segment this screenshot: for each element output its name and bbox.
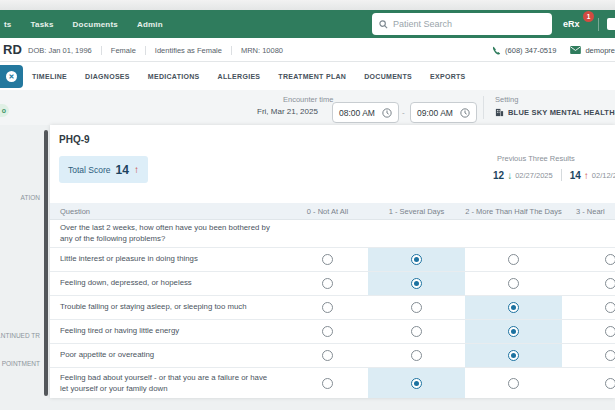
sidebar-item[interactable]: NTINUED TR...	[0, 332, 40, 339]
answer-radio-q4-option3[interactable]	[605, 326, 615, 337]
setting-selector[interactable]: BLUE SKY MENTAL HEALTH-EAST	[495, 108, 615, 117]
patient-field: Identifies as Female	[146, 46, 232, 55]
mail-icon	[570, 46, 581, 54]
tab-medications[interactable]: MEDICATIONS	[148, 73, 200, 80]
answer-cell	[465, 344, 562, 367]
tab-timeline[interactable]: TIMELINE	[32, 73, 67, 80]
answer-radio-q4-option2[interactable]	[508, 326, 519, 337]
sidebar-item[interactable]: ATION	[21, 194, 40, 201]
top-nav-bar: tsTasksDocumentsAdmin Patient Search eRx…	[0, 10, 615, 38]
answer-radio-q4-option1[interactable]	[411, 326, 422, 337]
answer-radio-q6-option0[interactable]	[322, 378, 333, 389]
empty-cell	[368, 220, 465, 247]
answer-cell	[562, 344, 615, 367]
start-time-input[interactable]: 08:00 AM	[332, 102, 399, 123]
answer-cell	[368, 320, 465, 343]
answer-radio-q5-option1[interactable]	[411, 350, 422, 361]
question-row: Feeling tired or having little energy	[50, 320, 615, 344]
answer-radio-q1-option0[interactable]	[322, 254, 333, 265]
answer-cell	[465, 320, 562, 343]
clock-icon[interactable]	[382, 108, 392, 118]
phq9-card: PHQ-9 Total Score 14 ↑ Previous Three Re…	[50, 125, 615, 398]
answer-radio-q5-option2[interactable]	[508, 350, 519, 361]
patient-phone: (608) 347-0519	[492, 46, 556, 55]
question-text: Feeling down, depressed, or hopeless	[50, 272, 287, 295]
end-time-input[interactable]: 09:00 AM	[410, 102, 477, 123]
answer-radio-q6-option3[interactable]	[605, 378, 615, 389]
answer-cell	[287, 368, 368, 398]
previous-score: 14	[570, 170, 581, 181]
empty-cell	[287, 220, 368, 247]
answer-cell	[562, 320, 615, 343]
vertical-scrollbar[interactable]	[44, 130, 48, 396]
answer-cell	[287, 272, 368, 295]
answer-radio-q4-option0[interactable]	[322, 326, 333, 337]
answer-radio-q5-option0[interactable]	[322, 350, 333, 361]
question-intro-text: Over the last 2 weeks, how often have yo…	[50, 220, 287, 247]
chart-tab-bar: ✕ TIMELINEDIAGNOSESMEDICATIONSALLERGIEST…	[0, 62, 615, 90]
erx-button[interactable]: eRx	[563, 19, 580, 29]
tab-diagnoses[interactable]: DIAGNOSES	[85, 73, 130, 80]
tab-treatment-plan[interactable]: TREATMENT PLAN	[278, 73, 346, 80]
answer-radio-q1-option2[interactable]	[508, 254, 519, 265]
answer-cell	[465, 248, 562, 271]
close-icon[interactable]: ✕	[6, 71, 17, 82]
answer-cell	[287, 248, 368, 271]
cutoff-toolbar-icon[interactable]	[607, 18, 615, 30]
nav-item-ts[interactable]: ts	[4, 20, 12, 29]
phone-icon	[492, 46, 501, 55]
phq9-title: PHQ-9	[59, 134, 90, 145]
column-header: 1 - Several Days	[368, 203, 465, 219]
answer-radio-q3-option0[interactable]	[322, 302, 333, 313]
search-icon	[379, 20, 388, 29]
tab-allergies[interactable]: ALLERGIES	[218, 73, 261, 80]
phq9-table: Question0 - Not At All1 - Several Days2 …	[50, 203, 615, 398]
search-placeholder: Patient Search	[393, 19, 452, 29]
column-header: 0 - Not At All	[287, 203, 368, 219]
tab-list: TIMELINEDIAGNOSESMEDICATIONSALLERGIESTRE…	[32, 62, 466, 90]
patient-search-box[interactable]: Patient Search	[372, 13, 552, 35]
patient-email: demopre	[570, 46, 615, 55]
answer-radio-q2-option1[interactable]	[411, 278, 422, 289]
up-trend-icon: ↑	[584, 170, 589, 181]
answer-radio-q2-option0[interactable]	[322, 278, 333, 289]
nav-list: tsTasksDocumentsAdmin	[4, 10, 163, 38]
column-header: 2 - More Than Half The Days	[465, 203, 562, 219]
patient-contact: (608) 347-0519 demopre	[492, 38, 615, 62]
nav-item-admin[interactable]: Admin	[137, 20, 163, 29]
nav-item-documents[interactable]: Documents	[73, 20, 118, 29]
answer-cell	[562, 272, 615, 295]
empty-cell	[562, 220, 615, 247]
answer-radio-q2-option3[interactable]	[605, 278, 615, 289]
setting-label: Setting	[495, 95, 518, 104]
question-intro-row: Over the last 2 weeks, how often have yo…	[50, 220, 615, 248]
tab-documents[interactable]: DOCUMENTS	[364, 73, 412, 80]
answer-cell	[465, 296, 562, 319]
patient-field: MRN: 10080	[232, 46, 292, 55]
answer-radio-q5-option3[interactable]	[605, 350, 615, 361]
answer-radio-q2-option2[interactable]	[508, 278, 519, 289]
question-row: Trouble falling or staying asleep, or sl…	[50, 296, 615, 320]
total-score-value: 14	[116, 163, 129, 177]
question-text: Feeling bad about yourself - or that you…	[50, 368, 287, 398]
answer-cell	[465, 368, 562, 398]
answer-radio-q3-option2[interactable]	[508, 302, 519, 313]
trend-up-icon: ↑	[134, 164, 139, 175]
encounter-bar: o Encounter time Fri, Mar 21, 2025 08:00…	[0, 90, 615, 125]
previous-score: 12	[493, 170, 504, 181]
answer-radio-q6-option1[interactable]	[411, 378, 422, 389]
active-encounter-tab[interactable]: ✕	[0, 65, 23, 88]
answer-radio-q3-option1[interactable]	[411, 302, 422, 313]
erx-notification-badge: 1	[583, 11, 594, 22]
answer-cell	[465, 272, 562, 295]
answer-radio-q1-option1[interactable]	[411, 254, 422, 265]
answer-radio-q3-option3[interactable]	[605, 302, 615, 313]
clock-icon[interactable]	[460, 108, 470, 118]
sidebar-item[interactable]: POINTMENT	[2, 360, 40, 367]
answer-radio-q1-option3[interactable]	[605, 254, 615, 265]
nav-item-tasks[interactable]: Tasks	[31, 20, 54, 29]
tab-exports[interactable]: EXPORTS	[430, 73, 466, 80]
answer-radio-q6-option2[interactable]	[508, 378, 519, 389]
previous-results-values: 12↓02/27/202514↑02/12/202	[493, 169, 615, 181]
down-trend-icon: ↓	[507, 170, 512, 181]
